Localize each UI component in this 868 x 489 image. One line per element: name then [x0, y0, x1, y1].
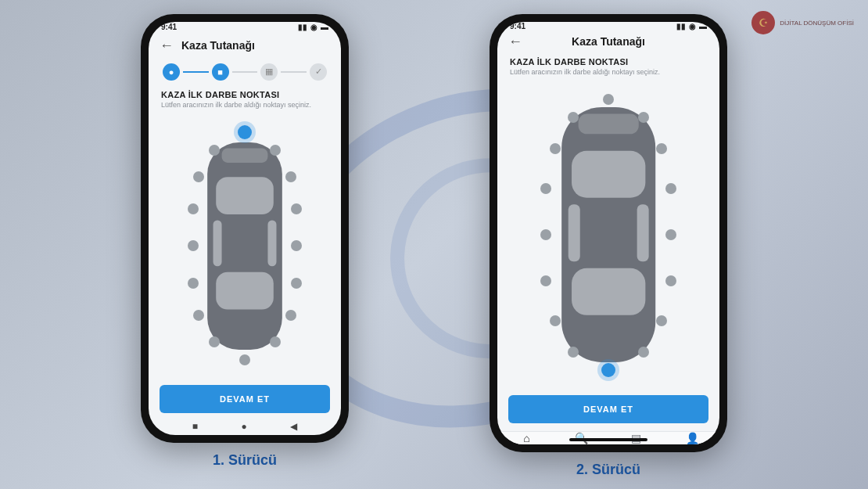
impact-point-dot[interactable]: [285, 171, 296, 182]
impact-point-dot[interactable]: [550, 315, 561, 326]
impact-point-dot[interactable]: [540, 183, 551, 194]
impact-point-dot[interactable]: [239, 354, 250, 365]
impact-point-dot[interactable]: [270, 336, 281, 347]
back-nav-icon[interactable]: ◀: [290, 421, 297, 432]
impact-point-dot[interactable]: [540, 229, 551, 240]
phone-driver-2: 9:41 ▮▮ ◉ ▬ ← Kaza Tutanağı KAZA İLK DAR…: [490, 14, 727, 452]
impact-point-dot[interactable]: [550, 143, 561, 154]
svg-rect-11: [578, 114, 638, 135]
impact-point-dot[interactable]: [209, 145, 220, 156]
svg-rect-10: [637, 204, 648, 261]
section-title: KAZA İLK DARBE NOKTASI: [497, 54, 719, 68]
anasayfa-icon: ⌂: [523, 432, 529, 444]
impact-point-dot[interactable]: [193, 310, 204, 321]
step-line: [183, 71, 209, 73]
phone-caption: 1. Sürücü: [213, 452, 277, 469]
status-bar: 9:41 ▮▮ ◉ ▬: [149, 22, 341, 33]
section-subtitle: Lütfen aracınızın ilk darbe aldığı nokta…: [497, 68, 719, 81]
impact-point-dot[interactable]: [638, 347, 649, 358]
status-bar: 9:41 ▮▮ ◉ ▬: [497, 22, 719, 31]
impact-point-dot[interactable]: [193, 171, 204, 182]
svg-rect-3: [213, 220, 222, 266]
impact-point-dot[interactable]: [285, 310, 296, 321]
android-nav-bar: ■ ● ◀: [149, 421, 341, 435]
home-indicator-icon: [569, 438, 647, 441]
step-line: [232, 71, 258, 73]
svg-rect-7: [572, 151, 645, 198]
impact-point-dot[interactable]: [188, 278, 199, 289]
impact-point-dot[interactable]: [540, 275, 551, 286]
impact-point-dot[interactable]: [665, 275, 676, 286]
impact-point-dot[interactable]: [665, 183, 676, 194]
impact-point-dot[interactable]: [209, 336, 220, 347]
svg-rect-5: [222, 148, 268, 162]
svg-rect-9: [569, 204, 580, 261]
battery-icon: ▬: [699, 22, 707, 31]
back-arrow-icon[interactable]: ←: [160, 38, 174, 54]
signal-icon: ▮▮: [298, 23, 307, 31]
step-1-icon[interactable]: ●: [163, 63, 180, 81]
wifi-icon: ◉: [310, 23, 317, 31]
battery-icon: ▬: [321, 23, 328, 31]
page-title: Kaza Tutanağı: [572, 35, 645, 48]
impact-point-dot[interactable]: [568, 112, 579, 123]
step-4-icon[interactable]: ✓: [310, 63, 327, 81]
step-2-icon[interactable]: ■: [212, 63, 229, 81]
impact-point-dot[interactable]: [291, 278, 302, 289]
app-bar: ← Kaza Tutanağı: [149, 33, 341, 60]
profilim-icon: 👤: [686, 432, 699, 444]
signal-icon: ▮▮: [676, 22, 686, 31]
back-arrow-icon[interactable]: ←: [508, 34, 522, 50]
phone-caption: 2. Sürücü: [576, 462, 640, 478]
impact-point-dot[interactable]: [656, 315, 667, 326]
impact-point-dot[interactable]: [568, 347, 579, 358]
impact-point-dot[interactable]: [656, 143, 667, 154]
impact-point-dot[interactable]: [291, 203, 302, 214]
wifi-icon: ◉: [689, 22, 696, 31]
svg-rect-2: [216, 272, 274, 310]
section-title: KAZA İLK DARBE NOKTASI: [149, 87, 341, 101]
section-subtitle: Lütfen aracınızın ilk darbe aldığı nokta…: [149, 101, 341, 113]
status-time: 9:41: [510, 22, 525, 31]
impact-point-dot[interactable]: [291, 240, 302, 251]
impact-point-dot[interactable]: [188, 240, 199, 251]
impact-point-dot[interactable]: [270, 145, 281, 156]
tab-anasayfa[interactable]: ⌂Anasayfa: [514, 432, 540, 444]
impact-point-dot[interactable]: [601, 363, 615, 377]
app-bar: ← Kaza Tutanağı: [497, 31, 719, 54]
progress-stepper: ● ■ ▦ ✓: [149, 60, 341, 87]
step-line: [281, 71, 307, 73]
tab-profilim[interactable]: 👤Profilim: [683, 432, 704, 444]
home-icon[interactable]: ●: [242, 421, 247, 432]
impact-point-dot[interactable]: [188, 203, 199, 214]
svg-rect-8: [572, 268, 645, 315]
svg-rect-1: [216, 177, 274, 214]
svg-rect-4: [267, 220, 276, 266]
impact-point-selector: [149, 113, 341, 379]
step-3-icon[interactable]: ▦: [260, 63, 278, 81]
impact-point-dot[interactable]: [638, 112, 649, 123]
impact-point-dot[interactable]: [665, 229, 676, 240]
status-time: 9:41: [161, 23, 177, 31]
page-title: Kaza Tutanağı: [181, 39, 255, 52]
recent-apps-icon[interactable]: ■: [192, 421, 198, 432]
continue-button[interactable]: DEVAM ET: [508, 395, 708, 423]
impact-point-dot[interactable]: [238, 125, 252, 139]
impact-point-selector: [497, 81, 719, 389]
impact-point-dot[interactable]: [603, 94, 614, 105]
phone-driver-1: 9:41 ▮▮ ◉ ▬ ← Kaza Tutanağı ● ■ ▦: [141, 14, 349, 443]
continue-button[interactable]: DEVAM ET: [160, 385, 330, 413]
